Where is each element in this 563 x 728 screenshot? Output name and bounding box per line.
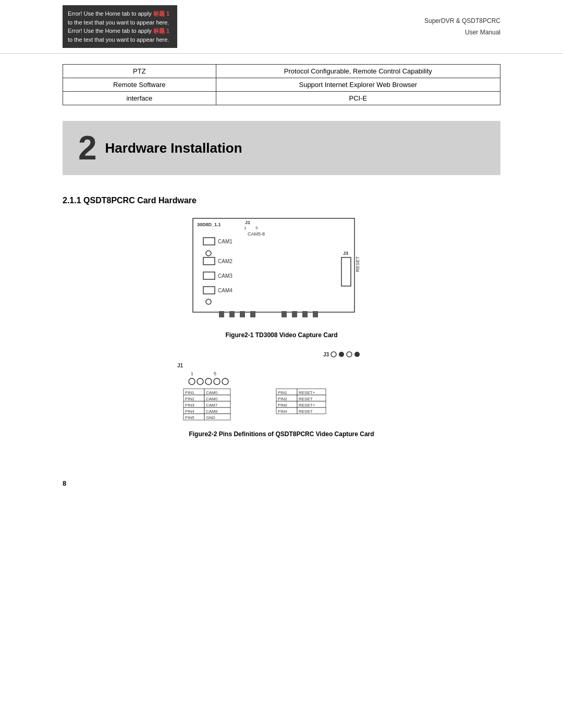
- svg-text:CAM8: CAM8: [206, 409, 218, 414]
- svg-point-8: [206, 251, 211, 256]
- table-cell-ptz-label: PTZ: [63, 65, 216, 78]
- table-row: Remote Software Support Internet Explore…: [63, 78, 500, 92]
- svg-text:RESET: RESET: [299, 409, 313, 414]
- svg-text:CAM4: CAM4: [218, 288, 232, 293]
- svg-text:1: 1: [244, 226, 247, 230]
- svg-point-28: [331, 352, 336, 357]
- svg-point-38: [214, 378, 220, 385]
- error-text-1: Error! Use the Home tab to apply: [68, 10, 152, 17]
- svg-point-37: [205, 378, 212, 385]
- svg-text:PIN4: PIN4: [185, 409, 194, 414]
- svg-text:PIN2: PIN2: [185, 397, 194, 401]
- svg-text:PIN4: PIN4: [278, 409, 287, 414]
- svg-text:J3: J3: [323, 352, 329, 357]
- svg-text:RESET: RESET: [299, 397, 313, 401]
- card-diagram-container: 30D8D_1.1 J1 1 5 CAM5-8 CAM1 CAM2 CAM3 C…: [188, 216, 375, 327]
- svg-point-30: [347, 352, 352, 357]
- svg-text:J3: J3: [343, 251, 348, 256]
- header-product-info: SuperDVR & QSDT8PCRC User Manual: [177, 5, 563, 48]
- diagram-area: 30D8D_1.1 J1 1 5 CAM5-8 CAM1 CAM2 CAM3 C…: [63, 216, 500, 448]
- svg-text:PIN2: PIN2: [278, 397, 287, 401]
- svg-rect-11: [203, 272, 215, 279]
- svg-rect-17: [341, 257, 351, 286]
- manual-label: User Manual: [177, 27, 500, 39]
- svg-point-35: [189, 378, 195, 385]
- svg-rect-6: [203, 238, 215, 245]
- svg-text:PIN1: PIN1: [278, 390, 287, 395]
- svg-text:CAM0: CAM0: [206, 390, 218, 395]
- table-row: PTZ Protocol Configurable, Remote Contro…: [63, 65, 500, 78]
- chapter-title: Hardware Installation: [105, 140, 242, 156]
- svg-text:RESET+: RESET+: [299, 403, 315, 408]
- header-error-box: Error! Use the Home tab to apply 标题 1 to…: [63, 5, 177, 48]
- svg-text:5: 5: [255, 226, 258, 230]
- svg-text:J1: J1: [245, 220, 250, 225]
- svg-rect-23: [282, 311, 287, 317]
- header-section: Error! Use the Home tab to apply 标题 1 to…: [0, 0, 563, 54]
- chapter-number: 2: [78, 131, 97, 165]
- svg-text:PIN1: PIN1: [185, 390, 194, 395]
- svg-rect-0: [193, 218, 354, 312]
- svg-rect-24: [292, 311, 297, 317]
- error-text-3: to the text that you want to appear here…: [68, 36, 169, 43]
- svg-text:PIN0: PIN0: [278, 403, 287, 408]
- table-cell-ptz-value: Protocol Configurable, Remote Control Ca…: [216, 65, 500, 78]
- svg-point-15: [206, 299, 211, 304]
- table-row: interface PCI-E: [63, 92, 500, 105]
- section-heading: 2.1.1 QSDT8PCRC Card Hardware: [63, 196, 500, 205]
- page-number: 8: [63, 479, 500, 487]
- figure2-2-caption: Figure2-2 Pins Definitions of QSDT8PCRC …: [189, 430, 374, 438]
- svg-text:RESET+: RESET+: [299, 390, 315, 395]
- svg-text:PIN5: PIN5: [185, 415, 194, 420]
- svg-rect-25: [302, 311, 308, 317]
- svg-text:CAM7: CAM7: [206, 403, 218, 408]
- svg-point-31: [354, 352, 360, 357]
- svg-text:30D8D_1.1: 30D8D_1.1: [197, 222, 221, 227]
- table-cell-remote-value: Support Internet Explorer Web Browser: [216, 78, 500, 92]
- chapter-banner: 2 Hardware Installation: [63, 121, 500, 175]
- svg-text:5: 5: [214, 371, 216, 376]
- svg-text:CAM2: CAM2: [218, 258, 232, 264]
- svg-rect-22: [250, 311, 255, 317]
- figure2-1-caption: Figure2-1 TD3008 Video Capture Card: [225, 331, 337, 339]
- card-diagram-svg: 30D8D_1.1 J1 1 5 CAM5-8 CAM1 CAM2 CAM3 C…: [188, 216, 375, 325]
- svg-rect-9: [203, 257, 215, 265]
- svg-rect-13: [203, 287, 215, 294]
- svg-text:1: 1: [191, 371, 193, 376]
- svg-text:CAM3: CAM3: [218, 273, 232, 279]
- svg-text:J1: J1: [177, 363, 183, 368]
- specs-table-section: PTZ Protocol Configurable, Remote Contro…: [63, 64, 500, 105]
- error-text: Error! Use the Home tab to apply 标题 1 to…: [68, 10, 169, 43]
- bold-text-2: 标题 1: [153, 28, 169, 34]
- bold-text-1: 标题 1: [153, 10, 169, 17]
- svg-text:RESET: RESET: [355, 256, 360, 272]
- specs-table: PTZ Protocol Configurable, Remote Contro…: [63, 64, 500, 105]
- svg-text:GND: GND: [206, 415, 215, 420]
- svg-rect-26: [313, 311, 318, 317]
- svg-rect-21: [240, 311, 245, 317]
- svg-text:CAM5-8: CAM5-8: [248, 231, 265, 237]
- svg-text:CAM0: CAM0: [206, 397, 218, 401]
- table-cell-remote-label: Remote Software: [63, 78, 216, 92]
- svg-rect-20: [229, 311, 235, 317]
- pins-diagram-container: J3 J1 1 5 PIN1 CAM0: [172, 349, 391, 424]
- svg-text:CAM1: CAM1: [218, 239, 232, 244]
- svg-point-29: [339, 352, 344, 357]
- product-name: SuperDVR & QSDT8PCRC: [177, 16, 500, 27]
- svg-rect-19: [219, 311, 224, 317]
- svg-point-36: [197, 378, 203, 385]
- table-cell-interface-value: PCI-E: [216, 92, 500, 105]
- pins-diagram-svg: J3 J1 1 5 PIN1 CAM0: [172, 349, 391, 422]
- svg-text:PIN3: PIN3: [185, 403, 194, 408]
- table-cell-interface-label: interface: [63, 92, 216, 105]
- svg-point-39: [222, 378, 228, 385]
